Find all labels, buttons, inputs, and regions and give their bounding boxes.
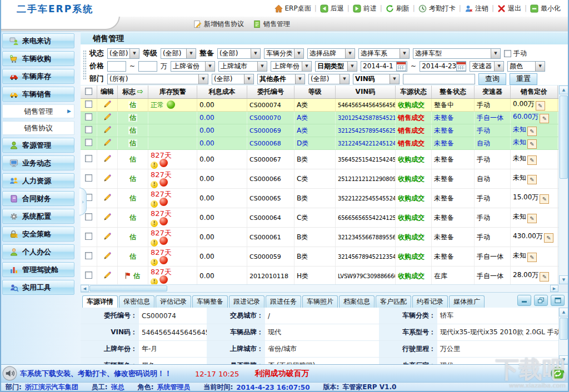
tab-3[interactable]: 车辆整备 xyxy=(192,295,228,308)
sidebar-item-human-resources[interactable]: 人力资源 xyxy=(2,173,74,188)
gearbox-filter[interactable]: 变速器▼ xyxy=(470,61,504,72)
table-row[interactable]: 估827天!0.00CS000059B类32145678945212354收购成… xyxy=(81,247,558,267)
detail-scroll-up-icon[interactable]: ▲ xyxy=(559,308,568,316)
price-edit-icon[interactable]: ✎ xyxy=(544,233,553,243)
panel-minimize-icon[interactable] xyxy=(517,295,531,306)
row-checkbox[interactable] xyxy=(85,155,92,162)
category-filter[interactable]: 车辆分类▼ xyxy=(264,48,304,59)
table-row[interactable]: 估0.00CS000069A类32125425789545625销售成交未整备手… xyxy=(81,124,558,137)
row-checkbox[interactable] xyxy=(85,272,92,279)
scroll-up-icon[interactable]: ▲ xyxy=(559,86,568,94)
column-header[interactable]: VIN码 xyxy=(336,86,396,99)
table-row[interactable]: 估827天!0.00CS000066C类25121212121290809收购成… xyxy=(81,169,558,189)
column-header[interactable]: 标志⇨ xyxy=(118,86,148,99)
sync-icon[interactable] xyxy=(551,366,565,380)
table-row[interactable]: 估827天!0.00CS000067B类35645251542154245收购成… xyxy=(81,150,558,169)
menu-item-minimize[interactable]: 最小化 xyxy=(527,3,563,14)
row-checkbox[interactable] xyxy=(85,174,92,182)
table-row[interactable]: 估0.00CS000068D类32122454221245124销售成交未整备自… xyxy=(81,137,558,150)
sidebar-subitem-sales-agreement[interactable]: 销售协议 xyxy=(2,121,74,135)
menu-item-attendance[interactable]: 考勤打卡 xyxy=(416,3,458,14)
price-edit-icon[interactable]: ✎ xyxy=(527,214,537,223)
color-filter[interactable]: 颜色▼ xyxy=(507,61,545,72)
table-row[interactable]: 估正常0.00CS000074A类54645654456456456收购成交整备… xyxy=(81,99,558,112)
menu-item-exit[interactable]: 退出 xyxy=(495,3,524,14)
city-filter[interactable]: 上牌城市▼ xyxy=(218,61,267,72)
table-row[interactable]: 估827天!0.00CS000061B类32123455667889556收购成… xyxy=(81,228,558,247)
edit-row-button[interactable] xyxy=(97,99,118,112)
column-header[interactable]: 车源状态 xyxy=(396,86,432,99)
column-header[interactable]: 编辑 xyxy=(97,86,118,99)
chevron-down-icon[interactable]: ▼ xyxy=(251,49,260,58)
table-row[interactable]: 估827天!0.00CS000064C类65665656554224125收购成… xyxy=(81,208,558,228)
panel-maximize-icon[interactable] xyxy=(551,295,565,306)
edit-row-button[interactable] xyxy=(97,189,118,208)
sidebar-item-utilities[interactable]: 实用工具 xyxy=(2,280,74,295)
date-from[interactable]: 2014-4-1 xyxy=(361,61,407,72)
row-checkbox[interactable] xyxy=(85,233,92,240)
scroll-down-icon[interactable]: ▼ xyxy=(559,275,568,284)
price-edit-icon[interactable]: ✎ xyxy=(527,139,537,149)
column-header[interactable]: 利息成本 xyxy=(197,86,247,99)
sidebar-item-vehicle-inventory[interactable]: 车辆库存 xyxy=(2,69,74,84)
price-edit-icon[interactable]: ✎ xyxy=(527,127,537,136)
edit-row-button[interactable] xyxy=(97,137,118,150)
department-sub-filter[interactable]: (全部)▼ xyxy=(212,74,254,84)
price-min-input[interactable] xyxy=(107,61,126,72)
tab-7[interactable]: 档案信息 xyxy=(339,295,375,308)
sidebar-item-call-visit[interactable]: 来电来访 xyxy=(2,33,74,48)
table-hscroll-thumb[interactable] xyxy=(89,285,167,292)
select-all-checkbox[interactable] xyxy=(85,88,92,95)
chevron-down-icon[interactable]: ▼ xyxy=(345,49,355,58)
price-edit-icon[interactable]: ✎ xyxy=(540,272,549,282)
tab-10[interactable]: 媒体推广 xyxy=(449,295,485,308)
row-checkbox[interactable] xyxy=(85,139,92,146)
calendar-icon[interactable] xyxy=(456,62,466,71)
row-checkbox[interactable] xyxy=(85,100,92,108)
checkbox[interactable] xyxy=(504,50,511,57)
column-header[interactable]: 变速器 xyxy=(475,86,511,99)
detail-scroll-down-icon[interactable]: ▼ xyxy=(559,355,568,364)
row-checkbox[interactable] xyxy=(85,213,92,220)
manual-checkbox[interactable]: 手动 xyxy=(504,49,527,58)
reset-button[interactable]: 重置 xyxy=(510,73,537,85)
chevron-down-icon[interactable]: ▼ xyxy=(302,62,311,71)
search-input[interactable] xyxy=(403,74,475,84)
tab-1[interactable]: 保密信息 xyxy=(119,295,154,308)
grade-filter[interactable]: (全部)▼ xyxy=(161,48,196,59)
chevron-down-icon[interactable]: ▼ xyxy=(198,74,208,84)
menu-item-forward[interactable]: 前进 xyxy=(350,3,380,14)
model-filter[interactable]: 选择车型▼ xyxy=(413,48,501,59)
scroll-left-icon[interactable]: ◀ xyxy=(81,285,89,292)
chevron-down-icon[interactable]: ▼ xyxy=(390,74,399,84)
menu-item-erp-desktop[interactable]: ERP桌面 xyxy=(272,3,314,14)
sidebar-item-contract-finance[interactable]: 合同财务 xyxy=(2,191,74,206)
price-edit-icon[interactable]: ✎ xyxy=(540,194,549,204)
row-checkbox[interactable] xyxy=(85,113,92,120)
chevron-down-icon[interactable]: ▼ xyxy=(244,74,253,84)
detail-vertical-scrollbar[interactable]: ▲ ▼ xyxy=(558,308,568,364)
query-button[interactable]: 查询 xyxy=(478,73,506,85)
edit-row-button[interactable] xyxy=(97,247,118,267)
table-row[interactable]: 估827天!0.00CS000065B类35221222545545524收购成… xyxy=(81,189,558,208)
chevron-down-icon[interactable]: ▼ xyxy=(400,49,409,58)
edit-row-button[interactable] xyxy=(97,112,118,124)
sidebar-item-security-policy[interactable]: 安全策略 xyxy=(2,227,74,242)
reg-year-filter[interactable]: 上牌年份▼ xyxy=(271,61,312,72)
tab-0[interactable]: 车源详情 xyxy=(82,295,118,308)
brand-filter[interactable]: 选择品牌▼ xyxy=(307,48,355,59)
sidebar-item-customer-management[interactable]: 客源管理 xyxy=(2,138,74,153)
table-horizontal-scrollbar[interactable]: ◀ ▶ xyxy=(81,284,558,292)
price-max-input[interactable] xyxy=(138,61,157,72)
sidebar-item-vehicle-sales[interactable]: 车辆销售 xyxy=(2,87,74,102)
chevron-down-icon[interactable]: ▼ xyxy=(340,74,349,84)
sidebar-item-management-cockpit[interactable]: 管理驾驶舱 xyxy=(2,262,74,277)
menu-item-logoff[interactable]: 注销 xyxy=(462,3,491,14)
chevron-down-icon[interactable]: ▼ xyxy=(257,62,267,71)
panel-restore-icon[interactable] xyxy=(534,295,548,306)
notice-message[interactable]: 车系统下载安装、考勤打卡、修改密码说明！！ xyxy=(20,369,172,379)
sidebar-item-vehicle-purchase[interactable]: 车辆收购 xyxy=(2,51,74,66)
table-vscroll-thumb[interactable] xyxy=(560,96,568,179)
row-checkbox[interactable] xyxy=(85,252,92,259)
other-value-filter[interactable]: (全部)▼ xyxy=(308,74,350,84)
